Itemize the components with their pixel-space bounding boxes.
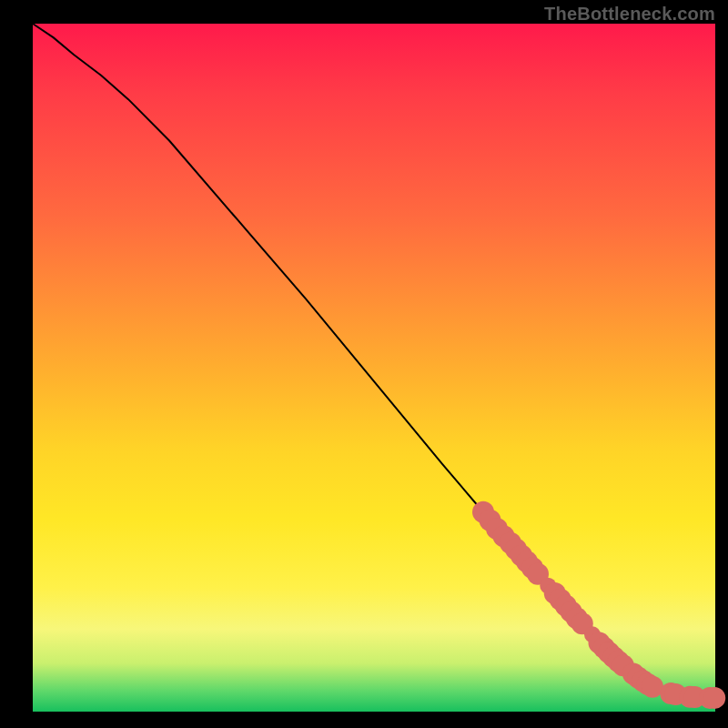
chart-frame: TheBottleneck.com xyxy=(0,0,728,728)
data-point xyxy=(703,687,725,709)
watermark-text: TheBottleneck.com xyxy=(544,4,715,25)
plot-area xyxy=(33,24,715,712)
curve-markers xyxy=(472,501,725,709)
chart-svg xyxy=(33,24,715,712)
curve-line xyxy=(33,24,715,698)
